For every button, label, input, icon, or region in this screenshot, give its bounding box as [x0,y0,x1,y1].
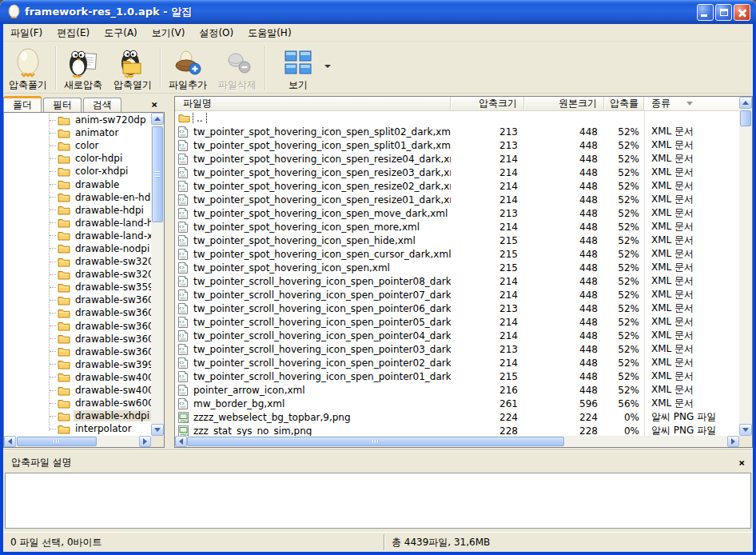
tree-folder-item[interactable]: drawable-sw360d [4,320,151,333]
file-row[interactable]: PNG .. [175,111,739,125]
tree-folder-item[interactable]: drawable-sw360d [4,306,151,319]
tree-folder-item[interactable]: drawable-sw359d [4,281,151,293]
comment-close-icon[interactable]: × [738,457,745,469]
tree-folder-item[interactable]: drawable-sw399d [4,358,151,371]
file-row[interactable]: PNG tw_pointer_scroll_hovering_icon_spen… [175,288,739,301]
file-row[interactable]: PNG tw_pointer_scroll_hovering_icon_spen… [175,356,739,369]
tree-folder-item[interactable]: interpolator [4,422,151,435]
file-row[interactable]: PNG tw_pointer_scroll_hovering_icon_spen… [175,342,739,356]
title-bar[interactable]: framework-res_1.0.apk - 알집 [0,0,756,24]
tree-folder-item[interactable]: drawable-sw400d [4,384,151,397]
list-hscrollbar[interactable] [175,436,739,447]
tree-folder-item[interactable]: color-xhdpi [4,165,151,178]
tree-hscroll-thumb[interactable] [17,437,97,446]
tree-vscrollbar[interactable] [151,113,164,436]
tree-folder-item[interactable]: drawable-xhdpi [4,409,151,422]
tree-folder-item[interactable]: drawable-sw320d [4,255,151,268]
column-header-ratio[interactable]: 압축률 [604,97,644,110]
column-header-filename[interactable]: 파일명 [175,97,451,110]
scroll-right-button[interactable] [139,436,151,447]
menu-item[interactable]: 도움말(H) [241,24,298,42]
tree-folder-item[interactable]: animator [4,126,151,139]
tree-folder-item[interactable]: color-hdpi [4,152,151,165]
tree-folder-item[interactable]: drawable-land-xh [4,230,151,242]
tree-folder-item[interactable]: drawable-sw320d [4,268,151,281]
view-dropdown-arrow-icon[interactable] [324,65,331,68]
file-row[interactable]: PNG tw_pointer_scroll_hovering_icon_spen… [175,301,739,315]
tree-vscroll-thumb[interactable] [152,126,163,222]
file-row[interactable]: PNG tw_pointer_scroll_hovering_icon_spen… [175,315,739,329]
tree-hscrollbar[interactable] [4,436,151,447]
column-header-original-size[interactable]: 원본크기 [524,97,604,110]
add-files-button[interactable]: 파일추가 [163,44,213,92]
list-vscroll-thumb[interactable] [740,110,751,126]
file-row[interactable]: PNG tw_pointer_scroll_hovering_icon_spen… [175,369,739,383]
open-archive-button[interactable]: 압축열기 [108,44,157,92]
list-vscrollbar[interactable] [739,97,752,436]
file-row[interactable]: PNG tw_pointer_spot_hovering_icon_spen_r… [175,152,739,166]
tree-folder-item[interactable]: drawable-sw400d [4,371,151,384]
menu-item[interactable]: 설정(O) [192,24,241,42]
file-row[interactable]: PNG mw_border_bg,xml 261 596 56% XML 문서 [175,397,739,410]
tree-folder-item[interactable]: color [4,139,151,152]
tree-folder-item[interactable]: drawable-sw600d [4,397,151,409]
folder-icon [58,411,70,421]
tree-folder-item[interactable]: drawable-sw360d [4,345,151,358]
tree-folder-item[interactable]: drawable-sw360d [4,333,151,345]
folder-icon [58,230,70,241]
file-row[interactable]: PNG tw_pointer_spot_hovering_icon_spen,x… [175,261,739,274]
view-button[interactable]: 보기 [279,44,317,92]
extract-button[interactable]: 압축풀기 [3,44,53,92]
panel-close-icon[interactable]: × [151,98,157,112]
file-row[interactable]: PNG tw_pointer_spot_hovering_icon_spen_r… [175,179,739,193]
menu-item[interactable]: 편집(E) [50,24,97,42]
file-row[interactable]: PNG tw_pointer_spot_hovering_icon_spen_h… [175,234,739,247]
tree-folder-item[interactable]: drawable-sw360d [4,293,151,306]
scroll-left-button[interactable] [175,436,187,447]
scroll-right-button[interactable] [727,436,739,447]
file-row[interactable]: PNG zzzz_webselect_bg_topbar,9,png 224 2… [175,410,739,424]
xml-file-icon [178,357,188,369]
file-row[interactable]: PNG tw_pointer_spot_hovering_icon_spen_s… [175,138,739,152]
file-row[interactable]: PNG tw_pointer_spot_hovering_icon_spen_m… [175,220,739,234]
tree-folder-item[interactable]: drawable-land-hd [4,217,151,230]
new-archive-button[interactable]: 새로압축 [58,44,108,92]
file-row[interactable]: PNG zzz_stat_sys_no_sim,png 228 228 0% 알… [175,424,739,436]
file-row[interactable]: PNG tw_pointer_spot_hovering_icon_spen_r… [175,193,739,206]
tree-folder-item[interactable]: drawable-nodpi [4,242,151,255]
folder-icon [58,141,70,151]
file-row[interactable]: PNG tw_pointer_spot_hovering_icon_spen_r… [175,166,739,179]
list-hscroll-thumb[interactable] [187,437,564,446]
column-header-packed-size[interactable]: 압축크기 [451,97,524,110]
scroll-up-button[interactable] [151,113,164,125]
tab-folder[interactable]: 폴더 [3,96,42,112]
minimize-button[interactable] [697,4,714,21]
menu-item[interactable]: 파일(F) [3,24,50,42]
tree-folder-item[interactable]: anim-sw720dp [4,114,151,126]
tree-folder-item[interactable]: drawable-en-hdpi [4,191,151,204]
comment-textarea[interactable] [5,473,751,529]
xml-file-icon [178,289,188,301]
menu-item[interactable]: 보기(V) [145,24,193,42]
scroll-left-button[interactable] [4,436,16,447]
tab-filter[interactable]: 필터 [43,98,82,112]
file-row[interactable]: PNG tw_pointer_spot_hovering_icon_spen_s… [175,125,739,138]
file-row[interactable]: PNG tw_pointer_scroll_hovering_icon_spen… [175,274,739,288]
scroll-down-button[interactable] [739,424,752,436]
maximize-button[interactable] [715,4,732,21]
scroll-up-button[interactable] [739,97,752,109]
column-header-type[interactable]: 종류 [644,97,739,110]
file-row[interactable]: PNG tw_pointer_spot_hovering_icon_spen_m… [175,206,739,220]
file-row[interactable]: PNG tw_pointer_scroll_hovering_icon_spen… [175,329,739,342]
tree-folder-item[interactable]: drawable-hdpi [4,204,151,217]
file-row[interactable]: PNG pointer_arrow_icon,xml 216 448 52% X… [175,383,739,397]
window-title: framework-res_1.0.apk - 알집 [25,5,192,19]
file-row[interactable]: PNG tw_pointer_spot_hovering_icon_spen_c… [175,247,739,261]
tab-search[interactable]: 검색 [83,98,121,112]
arrow-up-icon [742,101,749,105]
tree-folder-item[interactable]: drawable [4,178,151,190]
scroll-down-button[interactable] [151,424,164,436]
close-button[interactable] [734,4,750,21]
menu-item[interactable]: 도구(A) [97,24,145,42]
maximize-icon [720,9,728,16]
